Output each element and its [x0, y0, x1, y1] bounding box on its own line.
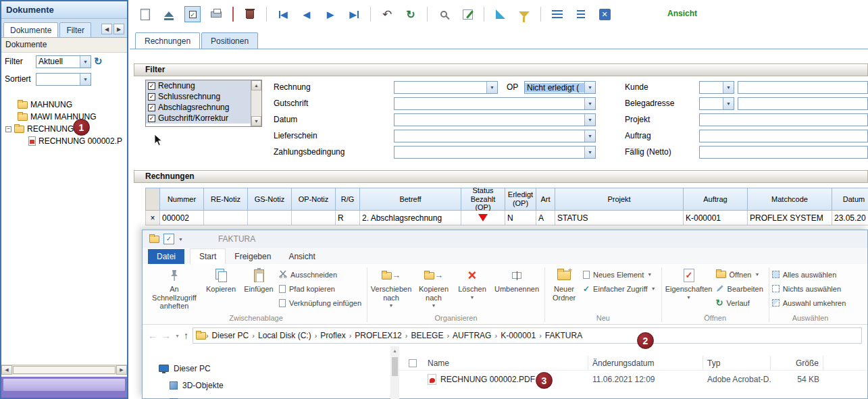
gutschrift-combobox[interactable]: ▼: [394, 97, 596, 110]
horizontal-scrollbar[interactable]: ◀ ▶: [1, 365, 127, 375]
copy-to-button[interactable]: → Kopieren nach ▼: [413, 265, 454, 313]
checkbox-checked-icon[interactable]: ✓: [148, 104, 155, 111]
scroll-left-icon[interactable]: ◀: [1, 365, 12, 375]
copy-path-button[interactable]: Pfad kopieren: [278, 282, 365, 296]
header-checkbox-cell[interactable]: [399, 356, 424, 370]
list-view-alt-icon[interactable]: [572, 5, 590, 23]
new-document-icon[interactable]: [136, 5, 154, 23]
quick-access-dropdown-icon[interactable]: ▼: [178, 237, 183, 242]
column-type[interactable]: Typ: [703, 356, 771, 370]
zahlungsbedingung-combobox[interactable]: ▼: [394, 146, 596, 159]
edit-button[interactable]: Bearbeiten: [715, 282, 767, 296]
tab-start[interactable]: Start: [190, 248, 226, 264]
dropdown-arrow-icon[interactable]: ▼: [486, 82, 497, 93]
undo-icon[interactable]: ↶: [378, 5, 396, 23]
scroll-up-icon[interactable]: ▲: [392, 346, 397, 356]
type-item-rechnung[interactable]: ✓ Rechnung: [146, 80, 251, 91]
breadcrumb-item[interactable]: PROFLEX12: [351, 331, 405, 340]
dropdown-arrow-icon[interactable]: ▼: [584, 98, 595, 109]
tree-item-rechnung[interactable]: − RECHNUNG: [5, 123, 127, 135]
invoice-type-list[interactable]: ✓ Rechnung ✓ Schlussrechnung ✓ Abschlags…: [145, 80, 262, 127]
history-button[interactable]: ↻ Verlauf: [715, 296, 767, 310]
tab-scroll-left-icon[interactable]: ◀: [101, 24, 112, 34]
belegadresse-field[interactable]: [738, 97, 868, 110]
refresh-icon[interactable]: ↻: [94, 55, 103, 68]
dropdown-arrow-icon[interactable]: ▼: [584, 130, 595, 142]
column-header[interactable]: Auftrag: [684, 188, 748, 211]
open-button[interactable]: Öffnen ▼: [715, 267, 767, 282]
tab-dokumente[interactable]: Dokumente: [3, 22, 58, 37]
dropdown-arrow-icon[interactable]: ▼: [584, 82, 595, 93]
filter-funnel-icon[interactable]: [515, 5, 533, 23]
scrollbar-thumb[interactable]: [392, 357, 398, 376]
select-none-button[interactable]: Nichts auswählen: [771, 282, 850, 296]
column-header[interactable]: Betreff: [360, 188, 461, 211]
lieferschein-combobox[interactable]: ▼: [394, 130, 596, 142]
nav-item-dieser-pc[interactable]: Dieser PC: [143, 360, 390, 377]
file-row[interactable]: RECHNUNG 000002.PDF 11.06.2021 12:09 Ado…: [399, 371, 867, 388]
kunde-combobox[interactable]: ▼: [699, 81, 734, 94]
paste-button[interactable]: Einfügen: [240, 265, 278, 313]
collapse-icon[interactable]: −: [5, 126, 11, 132]
type-item-schlussrechnung[interactable]: ✓ Schlussrechnung: [146, 91, 251, 102]
invert-selection-button[interactable]: Auswahl umkehren: [771, 296, 850, 310]
copy-button[interactable]: Kopieren: [202, 265, 240, 313]
dropdown-arrow-icon[interactable]: ▼: [723, 98, 734, 109]
column-header[interactable]: GS-Notiz: [248, 188, 292, 211]
tree-item-mawi-mahnung[interactable]: MAWI MAHNUNG: [5, 111, 127, 123]
panel-bottom-button[interactable]: [3, 378, 126, 392]
tab-datei[interactable]: Datei: [148, 249, 184, 264]
breadcrumb-item[interactable]: FAKTURA: [542, 331, 586, 340]
column-name[interactable]: Name: [424, 356, 588, 370]
auftrag-field[interactable]: [699, 130, 868, 142]
up-icon[interactable]: ↑: [184, 330, 188, 341]
move-to-button[interactable]: → Verschieben nach ▼: [369, 265, 413, 313]
back-icon[interactable]: ←: [148, 330, 157, 341]
checkbox-empty-icon[interactable]: [409, 359, 417, 367]
address-breadcrumb[interactable]: › Dieser PC › Local Disk (C:) › Proflex …: [193, 327, 862, 344]
delete-icon[interactable]: [241, 5, 259, 23]
tab-rechnungen[interactable]: Rechnungen: [135, 32, 200, 49]
column-header[interactable]: Status Bezahlt (OP): [461, 188, 505, 211]
checkbox-checked-icon[interactable]: ✓: [148, 115, 155, 122]
column-header[interactable]: Projekt: [555, 188, 684, 211]
column-header[interactable]: Matchcode: [748, 188, 832, 211]
sortiert-combobox[interactable]: ▼: [36, 73, 91, 86]
scrollbar-thumb[interactable]: [13, 366, 116, 374]
list-view-icon[interactable]: [548, 5, 566, 23]
rechnung-combobox[interactable]: ▼: [394, 81, 498, 94]
properties-button[interactable]: Eigenschaften ▼: [663, 265, 715, 313]
nav-item-clipped[interactable]: [143, 394, 390, 399]
type-item-gutschrift[interactable]: ✓ Gutschrift/Korrektur: [146, 113, 251, 124]
tree-item-mahnung[interactable]: MAHNUNG: [5, 99, 127, 111]
breadcrumb-item[interactable]: Local Disk (C:): [255, 331, 315, 340]
breadcrumb-item[interactable]: K-000001: [497, 331, 539, 340]
column-header[interactable]: Art: [536, 188, 555, 211]
dropdown-arrow-icon[interactable]: ▼: [723, 82, 734, 93]
explorer-titlebar[interactable]: ✓ ▼ FAKTURA: [143, 230, 867, 248]
close-icon[interactable]: ✕: [596, 5, 613, 23]
tab-ansicht[interactable]: Ansicht: [280, 249, 324, 264]
breadcrumb-item[interactable]: Dieser PC: [209, 331, 253, 340]
panel-bottom-bar[interactable]: [1, 375, 127, 398]
checkbox-checked-icon[interactable]: ✓: [148, 93, 155, 101]
projekt-field[interactable]: [699, 113, 868, 126]
type-item-abschlagsrechnung[interactable]: ✓ Abschlagsrechnung: [146, 102, 251, 113]
ansicht-label[interactable]: Ansicht: [667, 9, 697, 18]
column-header[interactable]: R/G: [336, 188, 360, 211]
type-list-scrollbar[interactable]: ▲ ▼: [251, 80, 261, 126]
tab-freigeben[interactable]: Freigeben: [226, 249, 280, 264]
quick-access-check-icon[interactable]: ✓: [163, 234, 174, 244]
dropdown-arrow-icon[interactable]: ▼: [80, 56, 91, 68]
column-header[interactable]: RE-Notiz: [204, 188, 248, 211]
easy-access-button[interactable]: ✓ Einfacher Zugriff ▼: [582, 282, 660, 296]
paste-shortcut-button[interactable]: Verknüpfung einfügen: [278, 296, 365, 310]
reload-icon[interactable]: ↻: [402, 5, 419, 23]
nav-item-3d-objekte[interactable]: 3D-Objekte: [143, 377, 390, 394]
first-record-icon[interactable]: ◀: [274, 5, 292, 23]
new-folder-button[interactable]: ★ Neuer Ordner: [546, 265, 582, 313]
dropdown-arrow-icon[interactable]: ▼: [584, 114, 595, 126]
belegadresse-combobox[interactable]: ▼: [699, 97, 734, 110]
breadcrumb-item[interactable]: Proflex: [317, 331, 349, 340]
tab-positionen[interactable]: Positionen: [201, 32, 258, 49]
